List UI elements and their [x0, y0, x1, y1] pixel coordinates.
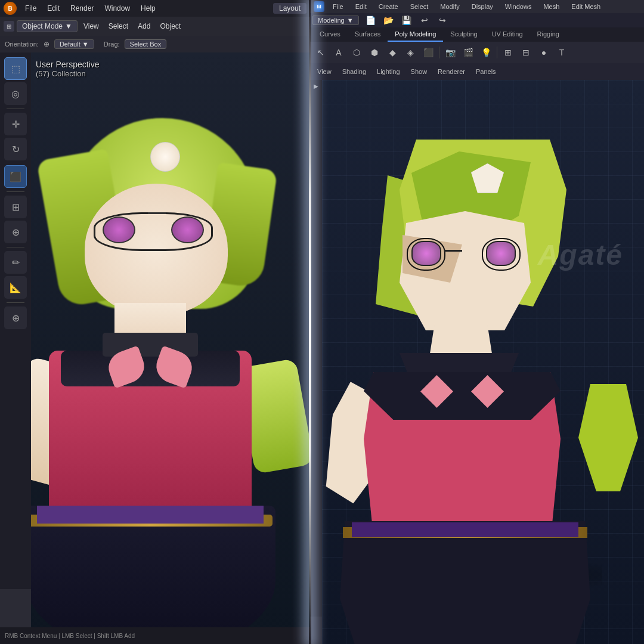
maya-menu-modify[interactable]: Modify: [436, 2, 463, 11]
tool-transform[interactable]: ⊞: [4, 196, 27, 218]
mode-icon: ⊞: [4, 21, 14, 32]
blender-menubar: B File Edit Render Window Help Layout: [0, 0, 310, 17]
maya-viewport[interactable]: [322, 80, 644, 644]
maya-menu-select[interactable]: Select: [407, 2, 432, 11]
maya-tool-grid[interactable]: ⊞: [500, 44, 516, 61]
tool-select-circle[interactable]: ◎: [4, 82, 27, 105]
status-text: RMB Context Menu | LMB Select | Shift LM…: [5, 633, 135, 639]
blender-statusbar: RMB Context Menu | LMB Select | Shift LM…: [0, 627, 310, 644]
dress-bow-smooth: [109, 351, 192, 386]
tool-select-box[interactable]: ⬚: [4, 57, 27, 80]
blender-logo-icon: B: [4, 2, 17, 15]
sub-shading[interactable]: Shading: [338, 67, 371, 76]
view-menu[interactable]: View: [80, 21, 103, 32]
maya-icon-redo[interactable]: ↪: [434, 12, 451, 29]
skirt-lowpoly: [340, 521, 590, 644]
center-divider: [309, 0, 311, 644]
tool-annotate[interactable]: ✏: [4, 251, 27, 274]
orientation-dropdown[interactable]: Default ▼: [54, 39, 94, 49]
glasses-bridge-lowpoly: [444, 250, 462, 252]
maya-menu-file[interactable]: File: [329, 2, 347, 11]
maya-menubar: M File Edit Create Select Modify Display…: [310, 0, 644, 13]
tab-curves[interactable]: Curves: [312, 27, 348, 42]
tool-cursor[interactable]: ⊕: [4, 221, 27, 243]
tool-separator: [7, 109, 24, 109]
maya-left-tools: ▶: [310, 80, 322, 617]
maya-icon-new[interactable]: 📄: [363, 12, 379, 29]
hair-accessory-smooth: [150, 142, 180, 172]
tool-separator-4: [7, 302, 24, 303]
bow-lowpoly: [417, 372, 507, 414]
blender-viewport[interactable]: [31, 52, 310, 644]
tool-add-cube[interactable]: ⊕: [4, 306, 27, 329]
maya-tool-film[interactable]: 🎬: [460, 44, 476, 61]
object-menu[interactable]: Object: [156, 21, 184, 32]
icon-sep-1: [439, 47, 439, 58]
maya-tool-select[interactable]: ↖: [312, 44, 329, 61]
maya-tool-text[interactable]: T: [553, 44, 570, 61]
tool-separator-3: [7, 247, 24, 247]
maya-menu-create[interactable]: Create: [375, 2, 402, 11]
maya-tool-e[interactable]: ◈: [402, 44, 419, 61]
agate-watermark: Agaté: [538, 239, 623, 271]
tab-rigging[interactable]: Rigging: [530, 27, 566, 42]
maya-menu-display[interactable]: Display: [468, 2, 497, 11]
maya-mode-dropdown[interactable]: Modeling ▼: [312, 16, 359, 25]
tool-rotate[interactable]: ↻: [4, 138, 27, 160]
arm-right-lowpoly: [578, 384, 638, 491]
tab-uv-editing[interactable]: UV Editing: [485, 27, 530, 42]
tab-poly-modeling[interactable]: Poly Modeling: [388, 27, 443, 42]
sub-show[interactable]: Show: [406, 67, 432, 76]
maya-icon-save[interactable]: 💾: [398, 12, 415, 29]
maya-tool-grid2[interactable]: ⊟: [518, 44, 534, 61]
sub-renderer[interactable]: Renderer: [433, 67, 470, 76]
maya-tool-render[interactable]: ●: [535, 44, 552, 61]
menu-render[interactable]: Render: [66, 3, 98, 14]
sub-view[interactable]: View: [312, 67, 336, 76]
glasses-right-lowpoly: [482, 238, 521, 271]
mode-selector[interactable]: Object Mode ▼: [17, 20, 78, 32]
select-box-dropdown[interactable]: Select Box: [125, 39, 167, 49]
layout-badge[interactable]: Layout: [273, 3, 306, 14]
menu-file[interactable]: File: [20, 3, 41, 14]
left-panel-blender: B File Edit Render Window Help Layout ⊞ …: [0, 0, 310, 644]
object-mode-toolbar: ⊞ Object Mode ▼ View Select Add Object: [0, 17, 310, 36]
tool-measure[interactable]: 📐: [4, 276, 27, 299]
select-menu[interactable]: Select: [105, 21, 132, 32]
maya-tool-b[interactable]: ⬡: [348, 44, 365, 61]
maya-menu-edit[interactable]: Edit: [352, 2, 370, 11]
maya-menu-editmesh[interactable]: Edit Mesh: [568, 2, 604, 11]
maya-tool-d[interactable]: ◆: [384, 44, 401, 61]
maya-tool-a[interactable]: A: [330, 44, 347, 61]
maya-logo-icon: M: [314, 1, 324, 12]
belt-smooth: [37, 506, 264, 524]
maya-tool-light[interactable]: 💡: [478, 44, 494, 61]
menu-window[interactable]: Window: [100, 3, 135, 14]
orientation-label: Orientation:: [5, 41, 39, 48]
maya-icon-open[interactable]: 📂: [380, 12, 397, 29]
orientation-bar: Orientation: ⊕ Default ▼ Drag: Select Bo…: [0, 36, 310, 52]
sub-panels[interactable]: Panels: [471, 67, 501, 76]
tool-separator-2: [7, 191, 24, 192]
glasses-smooth: [94, 212, 213, 251]
tab-sculpting[interactable]: Sculpting: [443, 27, 484, 42]
menu-edit[interactable]: Edit: [42, 3, 64, 14]
maya-icon-undo[interactable]: ↩: [416, 12, 433, 29]
menu-help[interactable]: Help: [136, 3, 160, 14]
maya-subtoolbar: View Shading Lighting Show Renderer Pane…: [310, 63, 644, 80]
maya-tool-camera[interactable]: 📷: [442, 44, 459, 61]
character-left: [31, 100, 310, 619]
maya-tabs: Curves Surfaces Poly Modeling Sculpting …: [310, 27, 644, 42]
maya-menu-mesh[interactable]: Mesh: [540, 2, 563, 11]
drag-label: Drag:: [104, 41, 120, 48]
right-panel-maya: M File Edit Create Select Modify Display…: [310, 0, 644, 644]
maya-menu-windows[interactable]: Windows: [501, 2, 535, 11]
tab-surfaces[interactable]: Surfaces: [348, 27, 388, 42]
sub-lighting[interactable]: Lighting: [372, 67, 405, 76]
maya-tool-c[interactable]: ⬢: [366, 44, 383, 61]
tool-move[interactable]: ✛: [4, 113, 27, 135]
tool-active[interactable]: ⬛: [4, 165, 27, 188]
add-menu[interactable]: Add: [134, 21, 154, 32]
maya-collapse-icon[interactable]: ▶: [310, 80, 322, 92]
maya-tool-f[interactable]: ⬛: [420, 44, 436, 61]
